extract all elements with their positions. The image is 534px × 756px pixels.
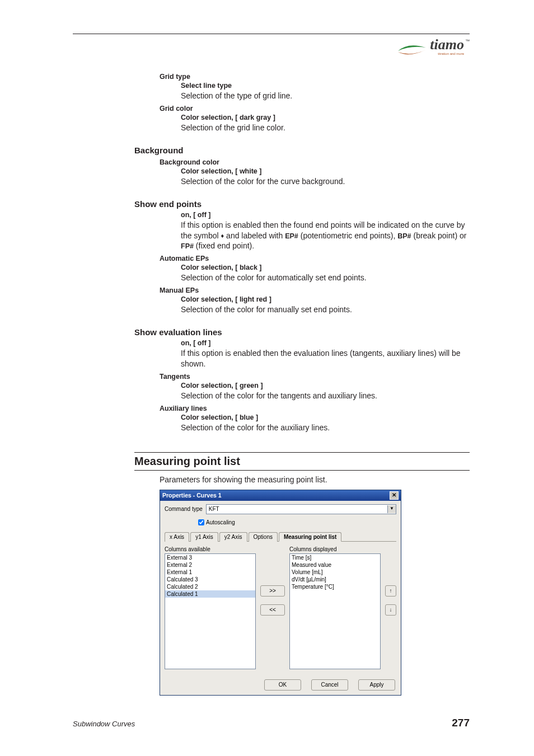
list-item[interactable]: Calculated 1 [165, 590, 255, 598]
brand-logo: tiamo ™ titration and more [397, 39, 470, 61]
endpoints-desc4: (break point) or [411, 231, 467, 240]
close-icon[interactable]: ✕ [390, 491, 399, 500]
list-item[interactable]: External 1 [165, 569, 255, 576]
eval-heading: Show evaluation lines [134, 327, 470, 337]
ep-label: EP# [285, 232, 298, 240]
logo-text: tiamo [430, 36, 464, 53]
endpoints-desc3: (potentiometric end points), [298, 231, 397, 240]
dialog-title: Properties - Curves 1 [162, 492, 222, 499]
manual-eps-desc: Selection of the color for manually set … [181, 304, 470, 315]
list-item[interactable]: dV/dt [µL/min] [290, 576, 380, 583]
top-rule [73, 34, 470, 34]
tangents-opt: Color selection, [ green ] [181, 382, 470, 389]
apply-button[interactable]: Apply [358, 679, 395, 691]
list-item[interactable]: External 2 [165, 561, 255, 569]
chevron-down-icon[interactable]: ▼ [387, 505, 396, 513]
move-down-button[interactable]: ↓ [385, 604, 396, 616]
tab-mpl[interactable]: Measuring point list [279, 532, 341, 542]
command-type-combo[interactable]: KFT ▼ [206, 504, 396, 514]
aux-desc: Selection of the color for the auxiliary… [181, 422, 470, 433]
grid-type-opt: Select line type [181, 82, 470, 90]
footer-title: Subwindow Curves [73, 720, 135, 728]
available-listbox[interactable]: External 3 External 2 External 1 Calcula… [165, 553, 256, 669]
cancel-button[interactable]: Cancel [311, 679, 348, 691]
list-item[interactable]: Calculated 3 [165, 576, 255, 583]
bgcolor-label: Background color [160, 158, 470, 166]
autoscaling-checkbox[interactable]: Autoscaling [196, 519, 235, 525]
mpl-intro: Parameters for showing the measuring poi… [160, 475, 470, 484]
list-item[interactable]: Calculated 2 [165, 583, 255, 590]
aux-label: Auxiliary lines [160, 405, 470, 412]
eval-desc: If this option is enabled then the evalu… [181, 348, 470, 369]
eval-opt: on, [ off ] [181, 339, 470, 347]
mpl-heading: Measuring point list [134, 452, 470, 471]
tab-y2axis[interactable]: y2 Axis [219, 532, 247, 542]
tangents-desc: Selection of the color for the tangents … [181, 391, 470, 401]
command-type-value: KFT [209, 506, 219, 512]
endpoints-desc: If this option is enabled then the found… [181, 220, 470, 252]
tab-y1axis[interactable]: y1 Axis [190, 532, 218, 542]
grid-type-label: Grid type [160, 73, 470, 81]
auto-eps-opt: Color selection, [ black ] [181, 264, 470, 271]
list-item[interactable]: Volume [mL] [290, 569, 380, 576]
list-item[interactable]: External 3 [165, 554, 255, 561]
endpoints-desc5: (fixed end point). [194, 241, 254, 250]
manual-eps-label: Manual EPs [160, 287, 470, 294]
manual-eps-opt: Color selection, [ light red ] [181, 295, 470, 303]
bgcolor-desc: Selection of the color for the curve bac… [181, 176, 470, 187]
move-up-button[interactable]: ↑ [385, 585, 396, 597]
endpoints-heading: Show end points [134, 199, 470, 209]
bgcolor-opt: Color selection, [ white ] [181, 167, 470, 175]
grid-type-desc: Selection of the type of grid line. [181, 91, 470, 101]
page-number: 277 [452, 717, 470, 729]
auto-eps-label: Automatic EPs [160, 255, 470, 262]
list-item[interactable]: Time [s] [290, 554, 380, 561]
auto-eps-desc: Selection of the color for automatically… [181, 273, 470, 283]
background-heading: Background [134, 145, 470, 155]
logo-tagline: titration and more [438, 52, 464, 55]
displayed-listbox[interactable]: Time [s] Measured value Volume [mL] dV/d… [289, 553, 381, 669]
dialog-titlebar[interactable]: Properties - Curves 1 ✕ [160, 490, 401, 501]
command-type-label: Command type [165, 506, 203, 512]
autoscaling-label: Autoscaling [206, 519, 235, 525]
logo-swoosh-icon [397, 44, 427, 57]
fp-label: FP# [181, 242, 194, 250]
properties-dialog: Properties - Curves 1 ✕ Command type KFT… [160, 490, 401, 696]
list-item[interactable]: Measured value [290, 561, 380, 569]
bp-label: BP# [397, 232, 411, 240]
endpoints-desc2: and labeled with [224, 231, 285, 240]
autoscaling-input[interactable] [198, 519, 204, 525]
tab-bar: x Axis y1 Axis y2 Axis Options Measuring… [165, 532, 396, 542]
ok-button[interactable]: OK [264, 679, 301, 691]
endpoints-opt: on, [ off ] [181, 211, 470, 219]
add-button[interactable]: >> [260, 585, 285, 597]
list-item[interactable]: Temperature [°C] [290, 583, 380, 590]
logo-tm: ™ [465, 39, 470, 44]
disp-label: Columns displayed [289, 546, 381, 552]
tab-options[interactable]: Options [249, 532, 278, 542]
grid-color-label: Grid color [160, 105, 470, 112]
aux-opt: Color selection, [ blue ] [181, 414, 470, 421]
grid-color-desc: Selection of the grid line color. [181, 123, 470, 133]
tangents-label: Tangents [160, 373, 470, 381]
remove-button[interactable]: << [260, 604, 285, 616]
tab-xaxis[interactable]: x Axis [165, 532, 189, 542]
avail-label: Columns available [165, 546, 256, 552]
grid-color-opt: Color selection, [ dark gray ] [181, 114, 470, 121]
